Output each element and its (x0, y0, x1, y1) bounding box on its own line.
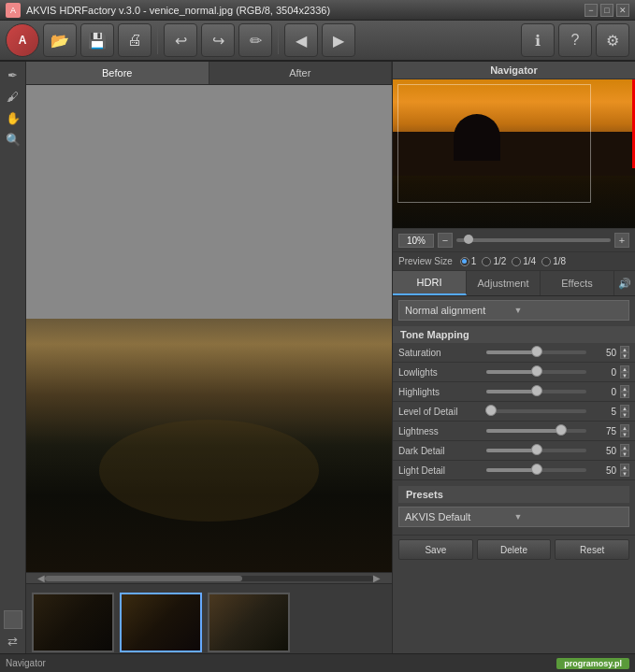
after-tab[interactable]: After (209, 62, 393, 84)
zoom-input[interactable]: 10% (398, 234, 434, 248)
lightness-track[interactable] (486, 429, 586, 433)
forward-button[interactable]: ▶ (322, 23, 355, 57)
before-tab[interactable]: Before (26, 62, 209, 84)
dark-detail-up[interactable]: ▲ (620, 444, 629, 450)
lowlights-up[interactable]: ▲ (620, 365, 629, 372)
canvas-area: Before After ◀ ▶ ✓ (26, 62, 392, 672)
close-button[interactable]: ✕ (616, 4, 629, 17)
preview-eighth[interactable]: 1/8 (541, 256, 566, 266)
tone-mapping-header: Tone Mapping (393, 326, 635, 343)
pen-tool[interactable]: ✒ (4, 65, 22, 84)
pan-tool[interactable]: ✋ (4, 108, 22, 127)
help-button[interactable]: ? (558, 23, 592, 57)
delete-preset-button[interactable]: Delete (477, 539, 552, 560)
window-title: AKVIS HDRFactory v.3.0 - venice_normal.j… (26, 5, 584, 16)
alignment-dropdown[interactable]: Normal alignment ▼ (398, 300, 629, 321)
highlights-up[interactable]: ▲ (620, 385, 629, 392)
saturation-up[interactable]: ▲ (620, 346, 629, 352)
navigator-image[interactable] (393, 79, 635, 229)
status-bar: Navigator programosy.pl (0, 653, 635, 672)
dark-detail-thumb[interactable] (531, 444, 542, 455)
lod-up[interactable]: ▲ (620, 405, 629, 411)
radio-eighth-circle[interactable] (541, 257, 551, 266)
brush-button[interactable]: ✏ (238, 23, 272, 57)
logo-button[interactable]: A (6, 23, 39, 57)
radio-half-circle[interactable] (482, 257, 491, 266)
scroll-thumb[interactable] (45, 576, 242, 581)
lightness-up[interactable]: ▲ (620, 424, 629, 431)
redo-button[interactable]: ↪ (201, 23, 235, 57)
dark-detail-label: Dark Detail (398, 446, 483, 456)
dark-detail-track[interactable] (486, 449, 586, 452)
tab-hdri[interactable]: HDRI (393, 271, 467, 295)
preview-1x[interactable]: 1 (460, 256, 477, 266)
nav-viewport-rect[interactable] (397, 84, 591, 203)
light-detail-up[interactable]: ▲ (620, 464, 629, 470)
preview-size-options: 1 1/2 1/4 1/8 (460, 256, 566, 266)
undo-button[interactable]: ↩ (164, 23, 197, 57)
preview-quarter[interactable]: 1/4 (512, 256, 536, 266)
scroll-track[interactable] (45, 576, 373, 581)
highlights-row: Highlights 0 ▲ ▼ (393, 382, 635, 402)
brush-tool[interactable]: 🖌 (4, 87, 22, 106)
back-button[interactable]: ◀ (284, 23, 318, 57)
toggle-tool-1[interactable] (4, 610, 22, 629)
panel-audio-button[interactable]: 🔊 (614, 271, 635, 295)
alignment-value: Normal alignment (405, 305, 514, 316)
reset-button[interactable]: Reset (555, 539, 629, 560)
lowlights-thumb[interactable] (531, 365, 542, 377)
settings-button[interactable]: ⚙ (596, 23, 629, 57)
presets-arrow: ▼ (514, 512, 624, 522)
venice-image (26, 319, 392, 572)
zoom-in-button[interactable]: + (614, 233, 629, 248)
zoom-slider[interactable] (456, 238, 611, 242)
dark-detail-down[interactable]: ▼ (620, 450, 629, 457)
maximize-button[interactable]: □ (600, 4, 613, 17)
info-button[interactable]: ℹ (521, 23, 555, 57)
light-detail-track[interactable] (486, 468, 586, 472)
lod-thumb[interactable] (485, 405, 497, 416)
film-thumb-over[interactable] (208, 593, 290, 652)
lowlights-track[interactable] (486, 370, 586, 374)
saturation-down[interactable]: ▼ (620, 352, 629, 359)
light-detail-thumb[interactable] (531, 464, 542, 475)
lightness-down[interactable]: ▼ (620, 431, 629, 437)
presets-dropdown[interactable]: AKVIS Default ▼ (398, 507, 629, 527)
preview-1x-label: 1 (471, 256, 477, 266)
lightness-thumb[interactable] (556, 424, 567, 436)
lowlights-down[interactable]: ▼ (620, 372, 629, 379)
image-display[interactable] (26, 85, 392, 572)
save-button[interactable]: 💾 (80, 23, 114, 57)
open-button[interactable]: 📂 (43, 23, 77, 57)
highlights-track[interactable] (486, 390, 586, 393)
light-detail-down[interactable]: ▼ (620, 470, 629, 477)
horizontal-scrollbar[interactable]: ◀ ▶ (26, 572, 392, 583)
highlights-label: Highlights (398, 387, 483, 397)
highlights-thumb[interactable] (531, 385, 542, 396)
radio-quarter-circle[interactable] (512, 257, 521, 266)
saturation-track[interactable] (486, 350, 586, 354)
status-nav-label: Navigator (6, 658, 556, 668)
navigator-header: Navigator (393, 62, 635, 79)
film-thumb-normal[interactable] (120, 593, 202, 652)
print-button[interactable]: 🖨 (118, 23, 152, 57)
lod-down[interactable]: ▼ (620, 411, 629, 418)
lowlights-fill (486, 370, 537, 374)
film-thumb-under[interactable] (32, 593, 114, 652)
left-toolbar: ✒ 🖌 ✋ 🔍 ⇄ (0, 62, 26, 672)
preview-half[interactable]: 1/2 (482, 256, 506, 266)
bottom-buttons: Save Delete Reset (393, 535, 635, 564)
highlights-down[interactable]: ▼ (620, 392, 629, 398)
zoom-tool[interactable]: 🔍 (4, 130, 22, 149)
zoom-thumb[interactable] (464, 235, 473, 244)
minimize-button[interactable]: − (584, 4, 598, 17)
save-preset-button[interactable]: Save (398, 539, 473, 560)
lod-track[interactable] (486, 409, 586, 413)
zoom-out-button[interactable]: − (438, 233, 453, 248)
tab-adjustment[interactable]: Adjustment (467, 271, 541, 295)
tab-effects[interactable]: Effects (541, 271, 614, 295)
swap-tool[interactable]: ⇄ (4, 632, 22, 651)
saturation-thumb[interactable] (531, 346, 542, 357)
radio-1x-circle[interactable] (460, 257, 469, 266)
lightness-label: Lightness (398, 426, 483, 436)
